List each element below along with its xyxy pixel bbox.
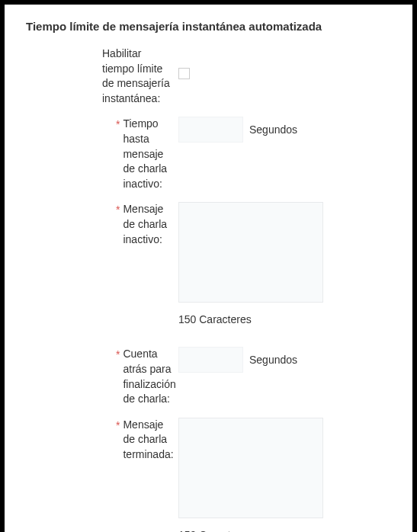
- inactive-msg-label: Mensaje de charla inactivo:: [123, 202, 171, 247]
- row-countdown: * Cuenta atrás para finalización de char…: [26, 347, 391, 406]
- countdown-label: Cuenta atrás para finalización de charla…: [123, 347, 175, 406]
- input-col: 150 Caracteres: [178, 202, 391, 325]
- row-enable-timeout: Habilitar tiempo límite de mensajería in…: [26, 46, 391, 106]
- inactive-time-label: Tiempo hasta mensaje de charla inactivo:: [123, 117, 171, 191]
- required-asterisk: *: [116, 119, 120, 130]
- ended-msg-charcount: 150 Caracteres: [178, 529, 391, 532]
- input-col: 150 Caracteres: [178, 418, 391, 532]
- ended-msg-textarea[interactable]: [178, 418, 323, 518]
- inactive-time-unit: Segundos: [249, 123, 297, 136]
- inactive-time-input[interactable]: [178, 117, 243, 143]
- settings-panel: Tiempo límite de mensajería instantánea …: [5, 5, 412, 532]
- section-title: Tiempo límite de mensajería instantánea …: [26, 20, 391, 33]
- required-asterisk: *: [116, 204, 120, 215]
- required-asterisk: *: [116, 420, 120, 431]
- enable-checkbox[interactable]: [178, 68, 190, 79]
- row-inactive-time: * Tiempo hasta mensaje de charla inactiv…: [26, 117, 391, 191]
- countdown-input[interactable]: [178, 347, 243, 373]
- countdown-unit: Segundos: [249, 354, 297, 366]
- row-inactive-message: * Mensaje de charla inactivo: 150 Caract…: [26, 202, 391, 325]
- label-col: * Tiempo hasta mensaje de charla inactiv…: [26, 117, 178, 191]
- ended-msg-label: Mensaje de charla terminada:: [123, 418, 173, 463]
- required-asterisk: *: [116, 349, 120, 360]
- label-col: Habilitar tiempo límite de mensajería in…: [26, 46, 178, 106]
- input-col: Segundos: [178, 117, 391, 143]
- label-col: * Mensaje de charla inactivo:: [26, 202, 178, 247]
- row-ended-message: * Mensaje de charla terminada: 150 Carac…: [26, 418, 391, 532]
- input-col: [178, 46, 391, 79]
- label-col: * Mensaje de charla terminada:: [26, 418, 178, 463]
- label-col: * Cuenta atrás para finalización de char…: [26, 347, 178, 406]
- input-col: Segundos: [178, 347, 391, 373]
- inactive-msg-charcount: 150 Caracteres: [178, 313, 391, 325]
- enable-label: Habilitar tiempo límite de mensajería in…: [102, 46, 171, 106]
- inactive-msg-textarea[interactable]: [178, 202, 323, 303]
